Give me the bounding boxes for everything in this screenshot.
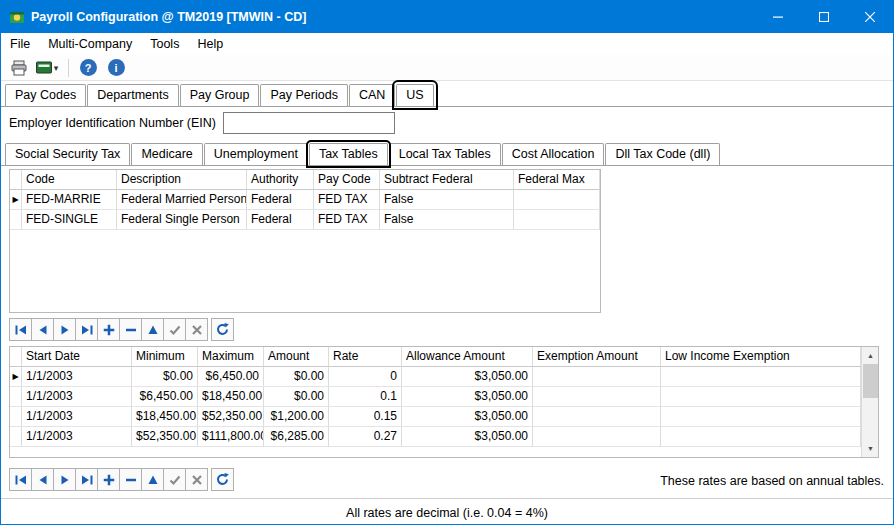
print-icon [10,60,28,76]
cancel-edit-icon [190,473,204,487]
nav-post-button[interactable] [163,318,186,341]
about-button[interactable]: i [103,57,129,79]
grid-cell: $52,350.00 [132,427,198,447]
grid-cell [514,210,600,230]
menu-multi-company[interactable]: Multi-Company [39,33,141,55]
tab-dll-tax-code[interactable]: Dll Tax Code (dll) [605,143,720,165]
nav-next-button[interactable] [53,468,76,491]
tab-tax-tables[interactable]: Tax Tables [309,143,388,165]
grid-cell: 0 [329,367,402,387]
minimize-button[interactable] [755,1,801,33]
grid-cell: Federal Single Person [117,210,247,230]
toolbar: ▾ ? i [1,55,893,81]
nav-cancel-button[interactable] [185,468,208,491]
tab-pay-periods[interactable]: Pay Periods [260,84,347,106]
edit-record-icon [146,473,160,487]
grid-cell [533,387,661,407]
grid-cell: $111,800.00 [198,427,264,447]
vertical-scrollbar[interactable]: ▲ ▼ [861,347,878,457]
last-record-icon [80,323,94,337]
nav-next-button[interactable] [53,318,76,341]
scroll-down-button[interactable]: ▼ [862,440,879,457]
tab-local-tax-tables[interactable]: Local Tax Tables [389,143,501,165]
column-header: Authority [247,170,314,190]
grid-cell [533,367,661,387]
scroll-thumb[interactable] [863,364,878,398]
menu-file[interactable]: File [1,33,39,55]
grid-cell [661,367,861,387]
caption-buttons [755,1,893,33]
column-header: Low Income Exemption [661,347,861,367]
nav-refresh-button[interactable] [211,468,234,491]
first-record-icon [14,323,28,337]
nav-edit-button[interactable] [141,318,164,341]
nav-insert-button[interactable] [97,318,120,341]
grid-cell: FED-MARRIE [22,190,117,210]
nav-refresh-button[interactable] [211,318,234,341]
minimize-icon [773,12,783,22]
scroll-up-button[interactable]: ▲ [862,347,879,364]
statusbar: All rates are decimal (i.e. 0.04 = 4%) [1,498,893,525]
grid-cell: 1/1/2003 [22,427,132,447]
table-row[interactable]: 1/1/2003 $6,450.00 $18,450.00 $0.00 0.1 … [10,387,878,407]
tab-pay-group[interactable]: Pay Group [180,84,260,106]
table-row[interactable]: 1/1/2003 $52,350.00 $111,800.00 $6,285.0… [10,427,878,447]
annual-tables-note: These rates are based on annual tables. [660,474,884,488]
tab-unemployment[interactable]: Unemployment [204,143,308,165]
nav-delete-button[interactable] [119,318,142,341]
nav-prior-button[interactable] [31,468,54,491]
grid-cell: FED-SINGLE [22,210,117,230]
nav-last-button[interactable] [75,318,98,341]
close-button[interactable] [847,1,893,33]
grid-cell: Federal Married Person [117,190,247,210]
tax-tables-grid-header: Code Description Authority Pay Code Subt… [10,170,600,190]
nav-post-button[interactable] [163,468,186,491]
tab-pay-codes[interactable]: Pay Codes [5,84,86,106]
table-row[interactable]: 1/1/2003 $18,450.00 $52,350.00 $1,200.00… [10,407,878,427]
table-row[interactable]: ▶ 1/1/2003 $0.00 $6,450.00 $0.00 0 $3,05… [10,367,878,387]
grid-cell: $0.00 [264,367,329,387]
grid-cell: Federal [247,190,314,210]
nav-first-button[interactable] [9,468,32,491]
tab-social-security-tax[interactable]: Social Security Tax [5,143,130,165]
maximize-icon [819,12,829,22]
ein-input[interactable] [223,112,395,134]
nav-delete-button[interactable] [119,468,142,491]
grid-cell: $52,350.00 [198,407,264,427]
company-selector-button[interactable]: ▾ [34,57,60,79]
prior-record-icon [36,473,50,487]
nav-prior-button[interactable] [31,318,54,341]
indicator-column-header [10,347,22,367]
column-header: Federal Max [514,170,600,190]
table-row[interactable]: FED-SINGLE Federal Single Person Federal… [10,210,600,230]
column-header: Code [22,170,117,190]
next-record-icon [58,323,72,337]
table-row[interactable]: ▶ FED-MARRIE Federal Married Person Fede… [10,190,600,210]
first-record-icon [14,473,28,487]
nav-insert-button[interactable] [97,468,120,491]
chevron-down-icon: ▾ [54,63,59,73]
tab-cost-allocation[interactable]: Cost Allocation [502,143,605,165]
menubar: File Multi-Company Tools Help [1,33,893,55]
nav-edit-button[interactable] [141,468,164,491]
help-button[interactable]: ? [75,57,101,79]
current-row-indicator: ▶ [10,190,22,210]
grid-cell [533,427,661,447]
menu-help[interactable]: Help [188,33,232,55]
nav-first-button[interactable] [9,318,32,341]
grid-cell: $6,450.00 [198,367,264,387]
maximize-button[interactable] [801,1,847,33]
rates-grid: Start Date Minimum Maximum Amount Rate A… [9,346,879,458]
tab-medicare[interactable]: Medicare [131,143,202,165]
row-indicator [10,427,22,447]
tab-us[interactable]: US [396,84,433,106]
nav-last-button[interactable] [75,468,98,491]
grid-cell: $18,450.00 [132,407,198,427]
nav-cancel-button[interactable] [185,318,208,341]
menu-tools[interactable]: Tools [141,33,188,55]
tab-can[interactable]: CAN [349,84,395,106]
print-button[interactable] [6,57,32,79]
grid-cell [533,407,661,427]
grid-cell: Federal [247,210,314,230]
tab-departments[interactable]: Departments [87,84,179,106]
